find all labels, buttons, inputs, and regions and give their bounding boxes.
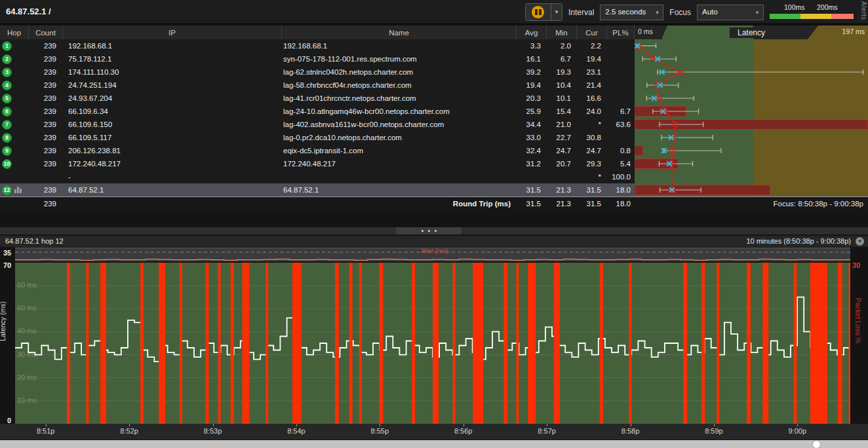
hop-number-badge: 3 [2, 67, 12, 77]
scale-200ms-label: 200ms [817, 3, 838, 11]
count-cell: 239 [29, 144, 63, 157]
focus-select[interactable]: Auto ▼ [697, 5, 764, 20]
count-cell: 239 [29, 65, 63, 79]
col-header-pl[interactable]: PL% [607, 26, 635, 39]
pl-cell [607, 92, 635, 105]
cur-cell: 23.1 [577, 65, 607, 79]
interval-select[interactable]: 2.5 seconds ▼ [600, 5, 663, 20]
hop-cell: 12 [0, 183, 29, 196]
ip-cell: 174.111.110.30 [63, 65, 282, 79]
gridline-label: 10 ms [17, 396, 37, 404]
table-row[interactable]: 423924.74.251.194lag-58.chrbnccf04r.neto… [0, 79, 635, 92]
hop-number-badge: 9 [2, 146, 12, 156]
horizontal-scrollbar[interactable] [0, 440, 868, 448]
hop-cell: 3 [0, 65, 29, 79]
pause-button[interactable] [526, 4, 551, 20]
min-cell [547, 170, 577, 183]
avg-cell: 33.0 [517, 131, 547, 144]
alerts-tab[interactable]: Alerts [860, 1, 867, 20]
ip-cell: 206.126.238.81 [63, 144, 282, 157]
ip-cell: 66.109.6.150 [63, 118, 282, 131]
col-header-count[interactable]: Count [29, 26, 63, 39]
hop-cell: 4 [0, 79, 29, 92]
avg-cell: 25.9 [517, 105, 547, 118]
table-row[interactable]: 623966.109.6.34lag-24-10.atlngamq46w-bcr… [0, 105, 635, 118]
timeline-range-label[interactable]: 10 minutes (8:50:38p - 9:00:38p) [746, 237, 851, 245]
time-axis: 8:51p8:52p8:53p8:54p8:55p8:56p8:57p8:58p… [0, 424, 868, 439]
count-cell: 239 [29, 105, 63, 118]
interval-value: 2.5 seconds [605, 8, 646, 16]
cur-cell: * [577, 118, 607, 131]
pause-dropdown-button[interactable]: ▼ [551, 4, 562, 20]
col-header-cur[interactable]: Cur [577, 26, 607, 39]
table-row[interactable]: 723966.109.6.150lag-402.asbnva1611w-bcr0… [0, 118, 635, 131]
name-cell: 192.168.68.1 [282, 39, 517, 52]
table-row[interactable]: 10239172.240.48.217172.240.48.21731.220.… [0, 157, 635, 170]
pl-cell: 100.0 [607, 170, 635, 183]
table-row[interactable]: 1223964.87.52.164.87.52.131.521.331.518.… [0, 183, 635, 196]
pane-splitter [0, 227, 868, 234]
time-tick-label: 8:56p [454, 427, 473, 435]
packet-loss-axis-title: Packet Loss % [854, 298, 862, 343]
time-tick [797, 424, 798, 426]
packet-loss-axis-max: 30 [852, 261, 860, 269]
gridline-label: 60 ms [17, 282, 37, 289]
scrollbar-thumb[interactable] [813, 441, 820, 448]
gridline-label: 50 ms [17, 305, 37, 312]
timeline-indicator-icon [14, 187, 22, 193]
hop-number-badge: 1 [2, 41, 12, 51]
cur-cell: 30.8 [577, 131, 607, 144]
time-tick-label: 8:57p [538, 427, 556, 435]
avg-cell: 3.3 [517, 39, 547, 52]
gridline-label: 40 ms [17, 327, 37, 335]
col-header-hop[interactable]: Hop [0, 26, 29, 39]
cur-cell: 19.4 [577, 52, 607, 65]
scale-green-segment [770, 14, 800, 19]
table-row[interactable]: 223975.178.112.1syn-075-178-112-001.res.… [0, 52, 635, 65]
ip-cell: 24.74.251.194 [63, 79, 282, 92]
splitter-handle[interactable] [396, 227, 462, 234]
table-row[interactable]: 3239174.111.110.30lag-62.stnlnc0402h.net… [0, 65, 635, 79]
count-cell: 239 [29, 52, 63, 65]
col-header-min[interactable]: Min [547, 26, 577, 39]
table-row[interactable]: 523924.93.67.204lag-41.rcr01chrcnctr.net… [0, 92, 635, 105]
cur-cell: 31.5 [577, 183, 607, 196]
col-header-ip[interactable]: IP [63, 26, 282, 39]
name-cell: lag-41.rcr01chrcnctr.netops.charter.com [282, 92, 517, 105]
pause-control: ▼ [525, 3, 562, 21]
min-cell: 19.3 [547, 65, 577, 79]
cur-cell: 16.6 [577, 92, 607, 105]
table-row[interactable]: 9239206.126.238.81eqix-dc5.iptransit-1.c… [0, 144, 635, 157]
time-tick-label: 8:51p [37, 427, 55, 435]
pl-cell [607, 65, 635, 79]
round-trip-row: 239 Round Trip (ms) 31.5 21.3 31.5 18.0 … [0, 196, 868, 210]
table-row[interactable]: -*100.0 [0, 170, 635, 183]
time-tick [46, 424, 47, 426]
table-row[interactable]: 823966.109.5.117lag-0.pr2.dca10.netops.c… [0, 131, 635, 144]
time-tick-label: 8:55p [371, 427, 389, 435]
table-row[interactable]: 1239192.168.68.1192.168.68.13.32.02.2 [0, 39, 635, 52]
rt-avg: 31.5 [517, 197, 547, 210]
scale-100ms-label: 100ms [784, 3, 805, 11]
latency-timeline-plot[interactable]: 60 ms50 ms40 ms30 ms20 ms10 ms [15, 263, 850, 424]
rt-ip-cell [63, 197, 282, 210]
jitter-axis-max: 35 [3, 249, 11, 257]
name-cell: 172.240.48.217 [282, 157, 517, 170]
cur-cell: 29.3 [577, 157, 607, 170]
col-header-avg[interactable]: Avg [517, 26, 547, 39]
pl-cell: 0.8 [607, 144, 635, 157]
col-header-name[interactable]: Name [282, 26, 517, 39]
min-cell: 21.3 [547, 183, 577, 196]
chevron-down-icon: ▼ [654, 10, 660, 16]
col-header-latency-graph[interactable]: 0 ms Latency 197 ms [635, 26, 868, 39]
time-tick [213, 424, 214, 426]
avg-cell: 31.5 [517, 183, 547, 196]
timeline-range-chevron-icon[interactable]: ▾ [856, 237, 864, 246]
hop-cell: 2 [0, 52, 29, 65]
scale-red-segment [831, 14, 854, 19]
timeline-header: 64.87.52.1 hop 12 10 minutes (8:50:38p -… [0, 236, 868, 247]
title-bar: 64.87.52.1 / ▼ Interval 2.5 seconds ▼ Fo… [0, 0, 868, 24]
time-tick-label: 8:59p [705, 427, 723, 435]
rt-cur: 31.5 [577, 197, 607, 210]
hop-cell: 10 [0, 157, 29, 170]
